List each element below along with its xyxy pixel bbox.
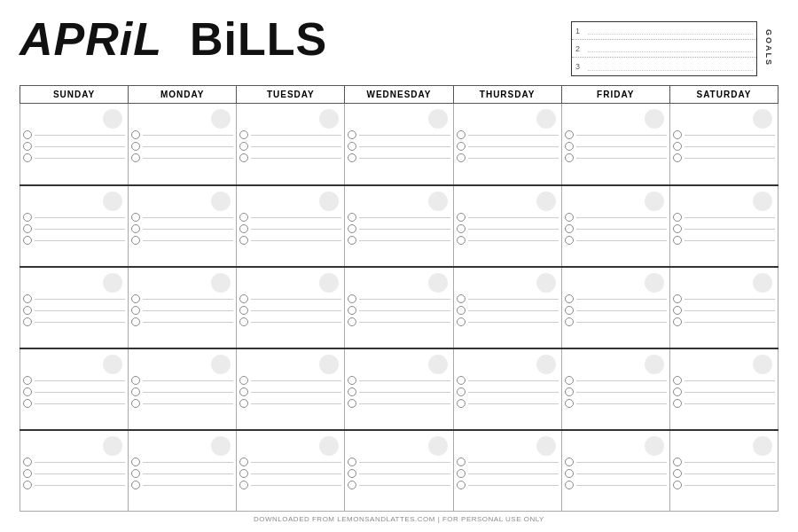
checkbox-circle[interactable] [457, 224, 466, 233]
checkbox-item[interactable] [23, 213, 125, 222]
checkbox-circle[interactable] [457, 469, 466, 478]
checkbox-circle[interactable] [673, 224, 682, 233]
checkbox-circle[interactable] [565, 142, 574, 151]
checkbox-item[interactable] [348, 481, 450, 489]
checkbox-circle[interactable] [131, 458, 140, 466]
checkbox-circle[interactable] [239, 153, 248, 162]
checkbox-item[interactable] [673, 213, 775, 222]
checkbox-circle[interactable] [23, 376, 32, 385]
checkbox-circle[interactable] [239, 236, 248, 245]
checkbox-circle[interactable] [565, 317, 574, 326]
checkbox-circle[interactable] [131, 399, 140, 408]
checkbox-item[interactable] [239, 481, 341, 489]
checkbox-item[interactable] [565, 306, 667, 315]
checkbox-circle[interactable] [131, 481, 140, 489]
checkbox-item[interactable] [239, 153, 341, 162]
checkbox-circle[interactable] [673, 399, 682, 408]
checkbox-item[interactable] [239, 142, 341, 151]
checkbox-circle[interactable] [565, 306, 574, 315]
checkbox-circle[interactable] [565, 294, 574, 303]
checkbox-item[interactable] [673, 153, 775, 162]
checkbox-circle[interactable] [239, 142, 248, 151]
checkbox-item[interactable] [457, 130, 559, 139]
checkbox-item[interactable] [131, 130, 233, 139]
checkbox-circle[interactable] [565, 387, 574, 396]
checkbox-circle[interactable] [457, 294, 466, 303]
checkbox-item[interactable] [457, 294, 559, 303]
checkbox-item[interactable] [23, 236, 125, 245]
checkbox-item[interactable] [565, 236, 667, 245]
checkbox-circle[interactable] [457, 387, 466, 396]
checkbox-circle[interactable] [565, 153, 574, 162]
checkbox-circle[interactable] [23, 306, 32, 315]
checkbox-circle[interactable] [565, 458, 574, 466]
checkbox-circle[interactable] [23, 387, 32, 396]
checkbox-circle[interactable] [565, 130, 574, 139]
checkbox-circle[interactable] [131, 142, 140, 151]
checkbox-circle[interactable] [348, 306, 356, 315]
checkbox-item[interactable] [457, 236, 559, 245]
checkbox-item[interactable] [565, 376, 667, 385]
checkbox-circle[interactable] [348, 387, 356, 396]
checkbox-item[interactable] [239, 236, 341, 245]
checkbox-item[interactable] [457, 224, 559, 233]
checkbox-item[interactable] [565, 213, 667, 222]
checkbox-circle[interactable] [348, 130, 356, 139]
checkbox-circle[interactable] [131, 469, 140, 478]
checkbox-circle[interactable] [673, 317, 682, 326]
checkbox-item[interactable] [23, 294, 125, 303]
checkbox-circle[interactable] [348, 399, 356, 408]
checkbox-item[interactable] [348, 376, 450, 385]
checkbox-circle[interactable] [565, 376, 574, 385]
checkbox-circle[interactable] [348, 213, 356, 222]
checkbox-item[interactable] [348, 458, 450, 466]
checkbox-circle[interactable] [239, 376, 248, 385]
checkbox-item[interactable] [565, 317, 667, 326]
checkbox-circle[interactable] [457, 399, 466, 408]
checkbox-circle[interactable] [131, 224, 140, 233]
checkbox-item[interactable] [457, 376, 559, 385]
checkbox-item[interactable] [239, 469, 341, 478]
checkbox-item[interactable] [673, 387, 775, 396]
checkbox-item[interactable] [239, 294, 341, 303]
checkbox-item[interactable] [565, 481, 667, 489]
checkbox-circle[interactable] [457, 130, 466, 139]
checkbox-circle[interactable] [23, 481, 32, 489]
checkbox-item[interactable] [457, 469, 559, 478]
checkbox-circle[interactable] [23, 236, 32, 245]
checkbox-circle[interactable] [348, 458, 356, 466]
checkbox-circle[interactable] [673, 481, 682, 489]
checkbox-circle[interactable] [673, 469, 682, 478]
checkbox-item[interactable] [348, 306, 450, 315]
checkbox-item[interactable] [348, 236, 450, 245]
checkbox-item[interactable] [565, 224, 667, 233]
checkbox-circle[interactable] [673, 130, 682, 139]
checkbox-item[interactable] [131, 213, 233, 222]
checkbox-item[interactable] [23, 481, 125, 489]
checkbox-item[interactable] [348, 399, 450, 408]
checkbox-item[interactable] [673, 481, 775, 489]
checkbox-item[interactable] [23, 376, 125, 385]
checkbox-item[interactable] [348, 213, 450, 222]
checkbox-item[interactable] [673, 294, 775, 303]
checkbox-item[interactable] [673, 469, 775, 478]
checkbox-circle[interactable] [565, 399, 574, 408]
checkbox-circle[interactable] [565, 481, 574, 489]
checkbox-item[interactable] [23, 399, 125, 408]
checkbox-item[interactable] [457, 153, 559, 162]
checkbox-circle[interactable] [457, 213, 466, 222]
checkbox-item[interactable] [673, 130, 775, 139]
checkbox-item[interactable] [239, 213, 341, 222]
checkbox-item[interactable] [239, 399, 341, 408]
checkbox-circle[interactable] [348, 153, 356, 162]
checkbox-circle[interactable] [348, 469, 356, 478]
checkbox-circle[interactable] [131, 213, 140, 222]
checkbox-circle[interactable] [673, 213, 682, 222]
checkbox-circle[interactable] [23, 142, 32, 151]
checkbox-item[interactable] [23, 306, 125, 315]
checkbox-item[interactable] [348, 142, 450, 151]
checkbox-item[interactable] [131, 153, 233, 162]
checkbox-item[interactable] [23, 387, 125, 396]
checkbox-item[interactable] [131, 481, 233, 489]
checkbox-circle[interactable] [131, 306, 140, 315]
